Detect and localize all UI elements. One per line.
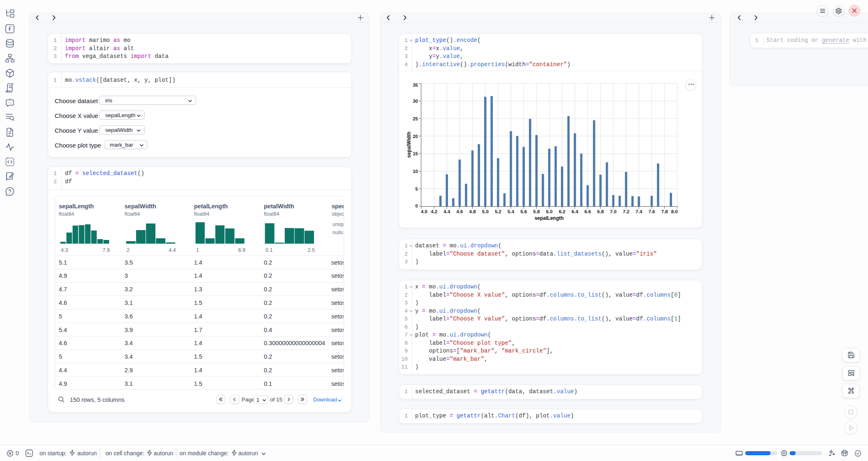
svg-text:7.4: 7.4 bbox=[636, 209, 643, 214]
svg-text:4.4: 4.4 bbox=[443, 209, 450, 214]
svg-text:sepalWidth: sepalWidth bbox=[406, 131, 412, 158]
svg-text:35: 35 bbox=[413, 83, 418, 88]
svg-text:7.2: 7.2 bbox=[623, 209, 629, 214]
svg-text:7.8: 7.8 bbox=[661, 209, 668, 214]
svg-text:7.0: 7.0 bbox=[610, 209, 616, 214]
svg-text:5: 5 bbox=[416, 187, 418, 191]
svg-text:6.8: 6.8 bbox=[597, 209, 604, 214]
svg-text:7.6: 7.6 bbox=[649, 209, 655, 214]
svg-text:6.0: 6.0 bbox=[546, 209, 553, 214]
svg-text:0: 0 bbox=[416, 203, 418, 208]
svg-text:15: 15 bbox=[413, 151, 418, 156]
svg-text:6.4: 6.4 bbox=[572, 209, 579, 214]
svg-text:6.2: 6.2 bbox=[559, 209, 566, 214]
svg-text:20: 20 bbox=[413, 134, 418, 139]
svg-text:10: 10 bbox=[413, 169, 418, 174]
svg-text:4.0: 4.0 bbox=[421, 209, 427, 214]
svg-text:5.6: 5.6 bbox=[520, 209, 527, 214]
svg-text:5.0: 5.0 bbox=[482, 209, 489, 214]
svg-text:30: 30 bbox=[413, 99, 418, 104]
svg-text:8.0: 8.0 bbox=[671, 209, 678, 214]
svg-text:5.2: 5.2 bbox=[495, 209, 501, 214]
svg-text:4.2: 4.2 bbox=[431, 209, 437, 214]
svg-text:4.6: 4.6 bbox=[456, 209, 463, 214]
svg-text:5.4: 5.4 bbox=[508, 209, 515, 214]
svg-text:25: 25 bbox=[413, 116, 418, 121]
svg-text:5.8: 5.8 bbox=[533, 209, 540, 214]
svg-text:6.6: 6.6 bbox=[584, 209, 591, 214]
svg-text:sepalLength: sepalLength bbox=[535, 215, 564, 221]
svg-text:4.8: 4.8 bbox=[469, 209, 476, 214]
